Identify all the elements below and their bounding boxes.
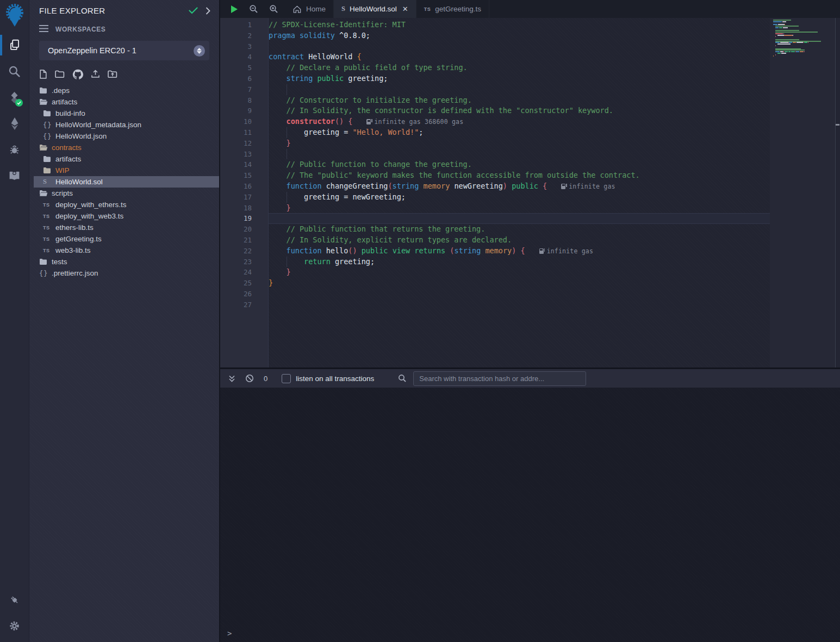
tree-item-deploy_with_ethers.ts[interactable]: TSdeploy_with_ethers.ts	[34, 199, 219, 210]
terminal-content[interactable]: >	[220, 388, 840, 642]
tab-HelloWorld.sol[interactable]: SHelloWorld.sol✕	[334, 0, 416, 18]
folder-icon	[39, 87, 49, 94]
folder-open-icon	[39, 98, 49, 105]
tree-item-scripts[interactable]: scripts	[34, 188, 219, 199]
tree-item-artifacts[interactable]: artifacts	[34, 96, 219, 108]
clear-console-icon[interactable]	[245, 374, 254, 383]
remix-ide-window: FILE EXPLORER WORKSPACES OpenZeppelin ER…	[0, 0, 840, 642]
code-line-19[interactable]	[269, 213, 770, 224]
workspace-dropdown-icon[interactable]	[194, 45, 205, 57]
tree-item-contracts[interactable]: contracts	[34, 142, 219, 153]
activity-item-settings[interactable]	[0, 613, 29, 639]
code-line-24[interactable]: }	[269, 267, 770, 278]
panel-chevron-right-icon[interactable]	[206, 7, 210, 15]
tab-Home[interactable]: Home	[285, 0, 334, 18]
code-line-26[interactable]	[269, 289, 770, 300]
code-line-8[interactable]: // Constructor to initialize the greetin…	[269, 95, 770, 106]
code-area[interactable]: // SPDX-License-Identifier: MITpragma so…	[268, 18, 770, 367]
line-number: 10	[220, 116, 268, 127]
bug-icon	[9, 144, 20, 155]
line-number: 4	[220, 52, 268, 63]
tree-item-ethers-lib.ts[interactable]: TSethers-lib.ts	[34, 222, 219, 233]
tree-item-HelloWorld_metadata.json[interactable]: {}HelloWorld_metadata.json	[34, 119, 219, 130]
activity-item-plugin-manager[interactable]	[0, 587, 29, 613]
folder-icon	[43, 155, 53, 163]
code-line-23[interactable]: return greeting;	[269, 257, 770, 267]
code-line-22[interactable]: function hello() public view returns (st…	[269, 246, 770, 257]
code-line-14[interactable]: // Public function to change the greetin…	[269, 159, 770, 170]
code-line-12[interactable]: }	[269, 138, 770, 149]
zoom-in-button[interactable]	[269, 4, 278, 14]
tree-item-HelloWorld.sol[interactable]: SHelloWorld.sol	[34, 176, 219, 188]
ts-icon: TS	[43, 236, 53, 242]
run-script-button[interactable]	[231, 5, 238, 14]
listen-transactions-checkbox[interactable]	[282, 374, 291, 383]
tree-item-build-info[interactable]: build-info	[34, 108, 219, 119]
overview-ruler[interactable]	[835, 18, 840, 367]
activity-item-solidity-compiler[interactable]	[0, 84, 29, 110]
new-folder-icon[interactable]	[55, 70, 65, 78]
tree-item-tests[interactable]: tests	[34, 256, 219, 267]
line-number: 17	[220, 192, 268, 203]
code-line-5[interactable]: // Declare a public field of type string…	[269, 63, 770, 73]
code-line-15[interactable]: // The "public" keyword makes the functi…	[269, 170, 770, 181]
activity-item-unit-testing[interactable]	[0, 163, 29, 189]
github-clone-icon[interactable]	[72, 69, 83, 79]
code-line-27[interactable]	[269, 300, 770, 310]
tree-item-HelloWorld.json[interactable]: {}HelloWorld.json	[34, 130, 219, 142]
braces-icon: {}	[39, 270, 49, 277]
book-icon	[8, 171, 21, 181]
code-line-3[interactable]	[269, 41, 770, 52]
folder-icon	[43, 167, 53, 174]
code-line-10[interactable]: constructor() {infinite gas 368600 gas	[269, 116, 770, 127]
workspaces-menu-icon[interactable]	[39, 24, 48, 34]
activity-item-search[interactable]	[0, 58, 29, 84]
terminal-collapse-icon[interactable]	[228, 375, 236, 383]
upload-file-icon[interactable]	[91, 70, 100, 79]
terminal-toolbar: 0 listen on all transactions	[220, 367, 840, 388]
transaction-count: 0	[264, 375, 267, 383]
line-number: 26	[220, 289, 268, 300]
tree-item-artifacts[interactable]: artifacts	[34, 153, 219, 165]
zoom-out-button[interactable]	[249, 4, 258, 14]
remix-logo-icon[interactable]	[2, 3, 27, 28]
activity-item-debugger[interactable]	[0, 136, 29, 163]
code-line-20[interactable]: // Public function that returns the gree…	[269, 224, 770, 235]
code-line-4[interactable]: contract HelloWorld {	[269, 52, 770, 63]
minimap[interactable]	[770, 18, 835, 367]
workspace-select[interactable]: OpenZeppelin ERC20 - 1	[39, 41, 209, 60]
workspace-ok-check-icon[interactable]	[189, 7, 198, 14]
code-line-21[interactable]: // In Solidity, explicit return types ar…	[269, 235, 770, 246]
tree-item-web3-lib.ts[interactable]: TSweb3-lib.ts	[34, 245, 219, 256]
main-area: HomeSHelloWorld.sol✕TSgetGreeting.ts 123…	[220, 0, 840, 642]
tree-item-WIP[interactable]: WIP	[34, 165, 219, 176]
indent-guide	[287, 84, 287, 95]
ts-icon: TS	[43, 214, 53, 219]
new-file-icon[interactable]	[39, 70, 47, 79]
code-line-1[interactable]: // SPDX-License-Identifier: MIT	[269, 20, 770, 30]
activity-item-deploy-run[interactable]	[0, 110, 29, 136]
tree-item-getGreeting.ts[interactable]: TSgetGreeting.ts	[34, 233, 219, 245]
tree-item-deploy_with_web3.ts[interactable]: TSdeploy_with_web3.ts	[34, 210, 219, 222]
code-line-17[interactable]: greeting = newGreeting;	[269, 192, 770, 203]
terminal-prompt[interactable]: >	[227, 629, 232, 638]
close-tab-icon[interactable]: ✕	[402, 5, 408, 13]
tree-item-.prettierrc.json[interactable]: {}.prettierrc.json	[34, 267, 219, 279]
ethereum-icon	[10, 117, 20, 130]
code-line-25[interactable]: }	[269, 278, 770, 289]
tree-item-.deps[interactable]: .deps	[34, 85, 219, 96]
code-line-9[interactable]: // In Solidity, the constructor is defin…	[269, 105, 770, 116]
code-line-2[interactable]: pragma solidity ^0.8.0;	[269, 30, 770, 41]
code-line-18[interactable]: }	[269, 203, 770, 214]
activity-item-file-explorer[interactable]	[0, 32, 29, 58]
code-line-16[interactable]: function changeGreeting(string memory ne…	[269, 181, 770, 192]
tab-getGreeting.ts[interactable]: TSgetGreeting.ts	[416, 0, 489, 18]
transaction-search-input[interactable]	[413, 371, 586, 386]
code-line-11[interactable]: greeting = "Hello, World!";	[269, 127, 770, 138]
code-line-7[interactable]	[269, 84, 770, 95]
code-line-6[interactable]: string public greeting;	[269, 73, 770, 84]
upload-folder-icon[interactable]	[108, 70, 117, 78]
line-number: 6	[220, 73, 268, 84]
sol-icon: S	[341, 5, 345, 13]
code-line-13[interactable]	[269, 149, 770, 160]
